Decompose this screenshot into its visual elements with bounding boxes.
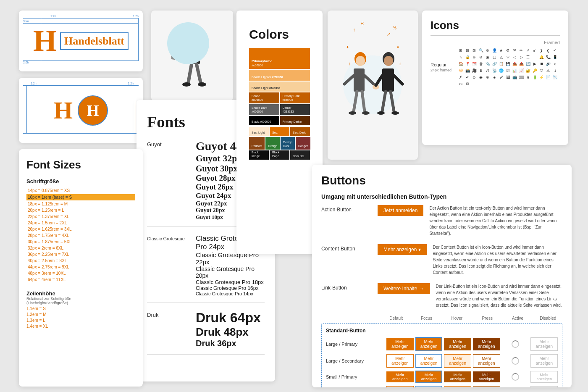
- logo-letter-2: H: [54, 96, 73, 124]
- icon-item: ⊘: [471, 74, 477, 80]
- btn-default-ls[interactable]: Mehr anzeigen: [386, 354, 414, 368]
- icon-item: 🔍: [478, 47, 484, 53]
- icon-item: 🖨: [485, 68, 491, 74]
- content-button[interactable]: Mehr anzeigen: [378, 244, 427, 255]
- icon-item: 👤: [491, 47, 497, 53]
- fs-row-3xl: 26px = 1.625rem = 3XL: [26, 226, 135, 232]
- action-button[interactable]: Jetzt anmelden: [378, 205, 423, 216]
- icon-item: 📈: [518, 68, 524, 74]
- icon-item: 🔑: [532, 68, 538, 74]
- btn-spinner-ls: [512, 357, 519, 365]
- btn-focus-ls[interactable]: Mehr anzeigen: [415, 354, 443, 368]
- icon-item: 📤: [512, 61, 517, 67]
- icon-item: ⊙: [485, 47, 491, 53]
- illustration-figure: [161, 20, 224, 92]
- col-label-empty: [321, 316, 380, 321]
- fs-text-xl: 22px = 1.375rem = XL: [28, 214, 69, 219]
- icon-item: 📉: [552, 74, 558, 80]
- icon-item: 🗓: [465, 81, 470, 87]
- icon-item: ☰: [525, 54, 531, 60]
- swatch-dark-bg: Dark BG: [290, 150, 310, 160]
- btn-hover-ls[interactable]: Mehr anzeigen: [444, 354, 471, 368]
- link-button-demo[interactable]: Weitere Inhalte: [378, 283, 430, 294]
- icon-item: ❮: [545, 47, 551, 53]
- col-focus: Focus: [412, 316, 441, 321]
- icon-item: ↗: [525, 47, 531, 53]
- btn-press-lp[interactable]: Mehr anzeigen: [473, 338, 500, 350]
- fs-row-2xl: 24px = 1.5rem = 2XL: [26, 220, 135, 226]
- btn-focus-sp[interactable]: Mehr anzeigen: [415, 371, 443, 383]
- icons-regular-label: Regular 24px framed: [430, 62, 458, 72]
- fs-lh-val-l: 1.3em = L: [26, 318, 45, 323]
- btn-default-sp[interactable]: Mehr anzeigen: [386, 371, 414, 382]
- fs-row-xs: 14px = 0.875rem = XS: [26, 188, 135, 193]
- btn-section-title: Umgang mit unterschiedlichen Button-Type…: [321, 193, 562, 200]
- fs-row-4xl: 28px = 1.75rem = 4XL: [26, 233, 135, 238]
- fs-text-m: 18px = 1.125rem = M: [28, 202, 68, 206]
- col-default: Default: [382, 316, 410, 321]
- fs-lh-section: Zeilenhöhe Relational zur Schriftgröße (…: [26, 290, 135, 329]
- icon-item: ⊠: [471, 47, 477, 53]
- ruler-label-6: 1:2h: [128, 82, 134, 85]
- icon-item: 📄: [545, 74, 551, 80]
- svg-point-20: [356, 56, 365, 66]
- icon-item: 💾: [505, 61, 511, 67]
- col-press: Press: [473, 316, 501, 321]
- btn-focus-ss[interactable]: Mehr anzeigen: [415, 386, 443, 387]
- icon-item: 🌐: [498, 68, 504, 74]
- btn-press-ls[interactable]: Mehr anzeigen: [473, 354, 500, 368]
- svg-rect-21: [354, 68, 365, 92]
- svg-text:%: %: [393, 26, 396, 30]
- icon-item: 🖱: [525, 74, 531, 80]
- btn-hover-lp[interactable]: Mehr anzeigen: [444, 338, 471, 350]
- action-button-demo[interactable]: Jetzt anmelden: [378, 205, 423, 216]
- handshake-card: ↑ € ↗ % ♦ ♦ ↕ ↕: [328, 11, 418, 160]
- icons-framed-label: Framed: [430, 40, 560, 45]
- btn-focus-lp[interactable]: Mehr anzeigen: [415, 337, 443, 351]
- fs-text-5xl: 30px = 1.875rem = 5XL: [28, 239, 72, 244]
- swatch-primary-darker: Primary Darker: [280, 116, 310, 125]
- content-button-demo[interactable]: Mehr anzeigen: [378, 244, 427, 255]
- icon-item: ◉: [478, 74, 484, 80]
- fs-row-6xl: 32px = 2rem = 6XL: [26, 245, 135, 251]
- icon-item: 🖊: [498, 74, 504, 80]
- svg-text:↗: ↗: [386, 31, 391, 37]
- btn-row-large-primary: Large / Primary Mehr anzeigen Mehr anzei…: [326, 337, 558, 351]
- btn-disabled-lp: Mehr anzeigen: [530, 337, 558, 351]
- swatch-primary: Primaryfarbe#e07000: [249, 48, 310, 69]
- btn-default-ss[interactable]: Mehr anzeigen: [386, 386, 414, 387]
- icon-item: 📥: [518, 61, 524, 67]
- druk-label: Druk: [147, 310, 189, 318]
- svg-point-9: [198, 82, 206, 87]
- link-button[interactable]: Weitere Inhalte: [378, 283, 430, 294]
- fs-row-7xl: 36px = 2.25rem = 7XL: [26, 252, 135, 257]
- ruler-label-5: 1:2h: [31, 82, 37, 85]
- druk-36: Druk 36px: [196, 339, 261, 348]
- btn-spinner-lp: [512, 340, 519, 348]
- icon-item: 🖥: [478, 68, 484, 74]
- icon-item: 📡: [491, 68, 497, 74]
- icon-item: ★: [498, 47, 504, 53]
- btn-hover-sp[interactable]: Mehr anzeigen: [444, 371, 471, 382]
- btn-default-lp[interactable]: Mehr anzeigen: [386, 338, 414, 350]
- icon-item: ⊟: [465, 47, 470, 53]
- icon-item: 📍: [465, 61, 470, 67]
- ruler-label-3: 3em: [23, 20, 29, 23]
- link-button-row: Link-Button Weitere Inhalte Der Link-But…: [321, 283, 562, 308]
- cg-20: Classic Grotesque Pro 20px: [196, 266, 265, 279]
- swatch-dark: Shade Dark#606060: [249, 104, 279, 115]
- icon-item: 🗑: [478, 61, 484, 67]
- colors-card: Colors Primaryfarbe#e07000 Shade Lighter…: [236, 11, 323, 254]
- swatch-design: Design: [265, 137, 280, 150]
- icon-item: ℹ: [552, 68, 558, 74]
- fs-row-8xl: 40px = 2.5rem = 8XL: [26, 258, 135, 263]
- btn-press-ss[interactable]: Mehr anzeigen: [473, 386, 500, 387]
- link-button-name: Link-Button: [321, 283, 372, 291]
- icon-item: 📊: [512, 68, 517, 74]
- fs-lh-row-xl: 1.4em = XL: [26, 324, 135, 329]
- colors-title: Colors: [249, 27, 310, 42]
- icon-item: ⏹: [538, 61, 544, 67]
- fs-text-7xl: 36px = 2.25rem = 7XL: [28, 252, 69, 257]
- btn-hover-ss[interactable]: Mehr anzeigen: [444, 386, 471, 387]
- btn-press-sp[interactable]: Mehr anzeigen: [473, 371, 500, 382]
